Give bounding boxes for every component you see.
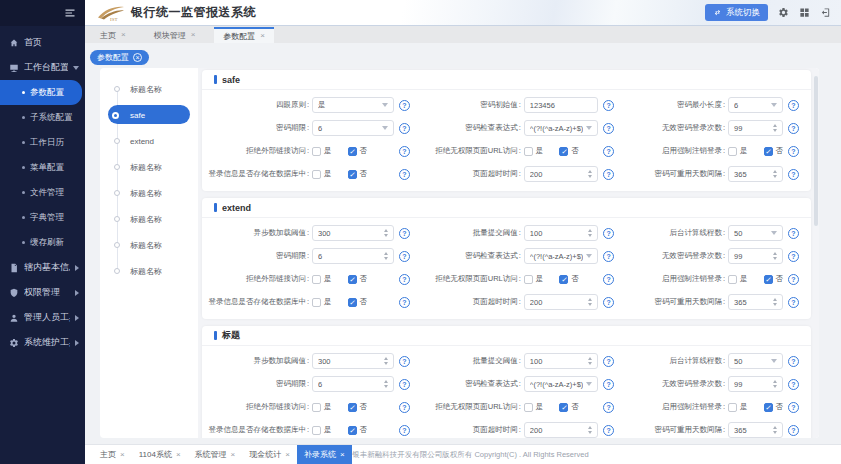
checkbox-yes[interactable]: 是 — [524, 402, 544, 412]
stepper-down-icon[interactable] — [773, 257, 777, 260]
close-icon[interactable]: × — [121, 31, 126, 39]
number-field[interactable]: 100 — [524, 353, 598, 369]
checkbox-yes[interactable]: 是 — [312, 297, 332, 307]
number-stepper[interactable] — [384, 380, 388, 388]
checkbox-icon[interactable] — [312, 426, 321, 435]
checkbox-yes[interactable]: 是 — [312, 425, 332, 435]
checkbox-no[interactable]: ✓否 — [559, 274, 579, 284]
anchor-item[interactable]: 标题名称 — [100, 232, 198, 258]
checkbox-icon[interactable] — [312, 170, 321, 179]
checkbox-icon[interactable] — [524, 403, 533, 412]
number-stepper[interactable] — [384, 357, 388, 365]
system-switch-button[interactable]: 系统切换 — [705, 4, 768, 21]
checkbox-no[interactable]: ✓否 — [764, 146, 784, 156]
close-icon[interactable]: × — [285, 451, 290, 459]
sidebar-subitem-file-mgmt[interactable]: 文件管理 — [0, 180, 85, 205]
select-field[interactable]: ^(?!(^a-zA-z)+$)(?!?D+$)[0-9A-Z-Z... — [524, 376, 598, 392]
number-stepper[interactable] — [773, 170, 777, 178]
tab-home[interactable]: 主页× — [91, 27, 135, 43]
help-icon[interactable]: ? — [399, 402, 410, 413]
help-icon[interactable]: ? — [603, 379, 614, 390]
anchor-item[interactable]: 标题名称 — [100, 258, 198, 284]
checkbox-icon[interactable] — [728, 275, 737, 284]
checkbox-icon[interactable]: ✓ — [348, 298, 357, 307]
number-stepper[interactable] — [588, 298, 592, 306]
input-field[interactable]: 123456 — [524, 97, 598, 113]
checkbox-icon[interactable] — [524, 275, 533, 284]
checkbox-no[interactable]: ✓否 — [348, 169, 368, 179]
stepper-up-icon[interactable] — [588, 229, 592, 232]
settings-icon[interactable] — [778, 7, 789, 18]
number-field[interactable]: 6 — [312, 248, 394, 264]
anchor-item[interactable]: 标题名称 — [100, 154, 198, 180]
stepper-up-icon[interactable] — [773, 426, 777, 429]
anchor-item[interactable]: safe — [100, 102, 198, 128]
close-icon[interactable]: × — [260, 32, 265, 40]
checkbox-no[interactable]: ✓否 — [559, 146, 579, 156]
close-icon[interactable]: × — [191, 31, 196, 39]
checkbox-yes[interactable]: 是 — [312, 169, 332, 179]
stepper-down-icon[interactable] — [588, 303, 592, 306]
checkbox-icon[interactable]: ✓ — [348, 170, 357, 179]
stepper-up-icon[interactable] — [588, 426, 592, 429]
number-field[interactable]: 6 — [312, 376, 394, 392]
select-field[interactable]: 50 — [728, 225, 783, 241]
help-icon[interactable]: ? — [603, 169, 614, 180]
number-field[interactable]: 200 — [524, 166, 598, 182]
help-icon[interactable]: ? — [399, 100, 410, 111]
close-icon[interactable]: × — [231, 451, 236, 459]
stepper-up-icon[interactable] — [773, 252, 777, 255]
help-icon[interactable]: ? — [399, 274, 410, 285]
checkbox-icon[interactable]: ✓ — [348, 275, 357, 284]
bottom-tab-cash-stats[interactable]: 现金统计× — [242, 445, 297, 464]
sidebar-subitem-subsystem-config[interactable]: 子系统配置 — [0, 105, 85, 130]
select-field[interactable]: ^(?!(^a-zA-z)+$)(?!?D+$)[0-9A-Z-Z... — [524, 248, 598, 264]
stepper-down-icon[interactable] — [384, 362, 388, 365]
help-icon[interactable]: ? — [788, 169, 799, 180]
help-icon[interactable]: ? — [788, 251, 799, 262]
number-field[interactable]: 300 — [312, 225, 394, 241]
close-icon[interactable]: × — [340, 451, 345, 459]
number-stepper[interactable] — [773, 124, 777, 132]
select-field[interactable]: ^(?!(^a-zA-z)+$)(?!?D+$)[0-9A-Z-Z... — [524, 120, 598, 136]
select-field[interactable]: 6 — [312, 120, 394, 136]
sidebar-subitem-work-calendar[interactable]: 工作日历 — [0, 130, 85, 155]
help-icon[interactable]: ? — [399, 169, 410, 180]
help-icon[interactable]: ? — [399, 425, 410, 436]
logout-icon[interactable] — [820, 7, 831, 18]
bottom-tab-system-mgmt[interactable]: 系统管理× — [188, 445, 243, 464]
checkbox-icon[interactable] — [728, 403, 737, 412]
apps-grid-icon[interactable] — [799, 7, 810, 18]
select-field[interactable]: 50 — [728, 353, 783, 369]
number-stepper[interactable] — [773, 252, 777, 260]
number-stepper[interactable] — [773, 426, 777, 434]
help-icon[interactable]: ? — [399, 297, 410, 308]
help-icon[interactable]: ? — [603, 297, 614, 308]
checkbox-no[interactable]: ✓否 — [348, 425, 368, 435]
sidebar-subitem-cache-refresh[interactable]: 缓存刷新 — [0, 230, 85, 255]
checkbox-yes[interactable]: 是 — [728, 146, 748, 156]
sidebar-item-permission-mgmt[interactable]: 权限管理 — [0, 280, 85, 305]
stepper-down-icon[interactable] — [773, 175, 777, 178]
number-field[interactable]: 99 — [728, 248, 783, 264]
stepper-up-icon[interactable] — [773, 298, 777, 301]
sidebar-item-system-maintenance-tools[interactable]: 系统维护工具 — [0, 330, 85, 355]
number-field[interactable]: 365 — [728, 422, 783, 438]
checkbox-no[interactable]: ✓否 — [348, 146, 368, 156]
number-stepper[interactable] — [588, 426, 592, 434]
scrollbar[interactable] — [814, 76, 818, 226]
stepper-up-icon[interactable] — [773, 124, 777, 127]
help-icon[interactable]: ? — [603, 146, 614, 157]
stepper-down-icon[interactable] — [773, 431, 777, 434]
stepper-down-icon[interactable] — [588, 362, 592, 365]
bottom-tab-sys-1104[interactable]: 1104系统× — [132, 445, 188, 464]
checkbox-yes[interactable]: 是 — [728, 274, 748, 284]
number-field[interactable]: 300 — [312, 353, 394, 369]
checkbox-yes[interactable]: 是 — [728, 402, 748, 412]
help-icon[interactable]: ? — [788, 402, 799, 413]
help-icon[interactable]: ? — [788, 274, 799, 285]
help-icon[interactable]: ? — [399, 251, 410, 262]
number-stepper[interactable] — [384, 229, 388, 237]
checkbox-icon[interactable]: ✓ — [764, 403, 773, 412]
select-field[interactable]: 是 — [312, 97, 394, 113]
